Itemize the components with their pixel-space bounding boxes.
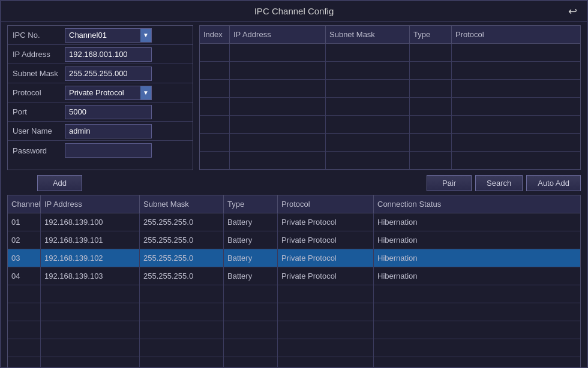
td — [200, 116, 230, 133]
td — [200, 152, 230, 169]
table-row[interactable]: 01192.168.139.100255.255.255.0BatteryPri… — [8, 213, 580, 231]
bth-ip: IP Address — [41, 195, 140, 213]
table-cell-empty — [374, 357, 580, 368]
td — [230, 44, 326, 61]
table-cell-empty — [278, 303, 374, 321]
form-row-password: Password — [8, 141, 193, 160]
table-cell: 192.168.139.100 — [41, 213, 140, 231]
table-cell-empty — [278, 339, 374, 357]
table-cell: 192.168.139.102 — [41, 249, 140, 267]
table-cell-empty — [8, 321, 41, 339]
ipc-no-dropdown[interactable]: Channel01 ▼ — [65, 28, 152, 43]
ipc-no-arrow[interactable]: ▼ — [140, 29, 151, 42]
username-input[interactable] — [65, 124, 152, 138]
td — [410, 98, 452, 115]
table-cell: Private Protocol — [278, 231, 374, 249]
table-row — [200, 44, 580, 62]
td — [326, 152, 410, 169]
table-row — [200, 98, 580, 116]
table-row[interactable]: 04192.168.139.103255.255.255.0BatteryPri… — [8, 267, 580, 285]
ip-value-wrap — [65, 47, 193, 62]
form-row-subnet: Subnet Mask — [8, 64, 193, 83]
window-title: IPC Channel Config — [254, 6, 334, 16]
bottom-table-body: 01192.168.139.100255.255.255.0BatteryPri… — [8, 213, 580, 368]
main-window: IPC Channel Config ↩ IPC No. Channel01 ▼… — [0, 0, 588, 368]
td — [410, 62, 452, 79]
td — [410, 134, 452, 151]
table-cell-empty — [140, 321, 224, 339]
td — [200, 44, 230, 61]
table-cell: 192.168.139.103 — [41, 267, 140, 285]
td — [410, 44, 452, 61]
table-cell-empty — [374, 303, 580, 321]
table-cell-empty — [224, 321, 278, 339]
th-ipaddr: IP Address — [230, 26, 326, 43]
bth-status: Connection Status — [374, 195, 580, 213]
table-row — [8, 357, 580, 368]
table-cell: Private Protocol — [278, 249, 374, 267]
table-cell-empty — [8, 357, 41, 368]
bth-type: Type — [224, 195, 278, 213]
top-table-body — [200, 44, 580, 170]
table-cell: 255.255.255.0 — [140, 249, 224, 267]
table-cell: Private Protocol — [278, 267, 374, 285]
table-cell-empty — [374, 321, 580, 339]
port-value-wrap — [65, 105, 193, 119]
table-cell-empty — [41, 357, 140, 368]
subnet-value-wrap — [65, 67, 193, 81]
td — [410, 80, 452, 97]
bottom-table: Channel IP Address Subnet Mask Type Prot… — [7, 195, 581, 368]
bth-subnet: Subnet Mask — [140, 195, 224, 213]
th-type: Type — [410, 26, 452, 43]
table-cell-empty — [41, 321, 140, 339]
td — [230, 152, 326, 169]
td — [200, 134, 230, 151]
port-input[interactable] — [65, 105, 152, 119]
back-button[interactable]: ↩ — [568, 5, 577, 18]
td — [452, 62, 580, 79]
ip-label: IP Address — [8, 50, 65, 59]
table-cell-empty — [140, 285, 224, 303]
td — [452, 134, 580, 151]
subnet-input[interactable] — [65, 67, 152, 81]
protocol-arrow[interactable]: ▼ — [140, 86, 151, 99]
bth-protocol: Protocol — [278, 195, 374, 213]
ipc-no-label: IPC No. — [8, 31, 65, 40]
search-button[interactable]: Search — [475, 175, 523, 191]
table-cell-empty — [374, 339, 580, 357]
table-row[interactable]: 03192.168.139.102255.255.255.0BatteryPri… — [8, 249, 580, 267]
table-cell-empty — [8, 285, 41, 303]
table-row[interactable]: 02192.168.139.101255.255.255.0BatteryPri… — [8, 231, 580, 249]
td — [452, 98, 580, 115]
td — [326, 62, 410, 79]
add-button[interactable]: Add — [37, 175, 82, 191]
pair-button[interactable]: Pair — [427, 175, 472, 191]
table-cell: Hibernation — [374, 231, 580, 249]
table-cell: Battery — [224, 213, 278, 231]
subnet-label: Subnet Mask — [8, 69, 65, 78]
bth-channel: Channel — [8, 195, 41, 213]
ip-input[interactable] — [65, 47, 152, 62]
form-row-username: User Name — [8, 122, 193, 141]
auto-add-button[interactable]: Auto Add — [526, 175, 581, 191]
right-buttons-area: Pair Search Auto Add — [427, 175, 581, 191]
th-index: Index — [200, 26, 230, 43]
table-cell: Battery — [224, 231, 278, 249]
password-input[interactable] — [65, 143, 152, 158]
td — [230, 116, 326, 133]
table-cell-empty — [8, 303, 41, 321]
table-cell-empty — [278, 285, 374, 303]
td — [230, 134, 326, 151]
port-label: Port — [8, 107, 65, 116]
table-cell: 255.255.255.0 — [140, 231, 224, 249]
table-cell-empty — [8, 339, 41, 357]
content-area: IPC No. Channel01 ▼ IP Address Su — [1, 22, 587, 368]
table-row — [200, 116, 580, 134]
protocol-dropdown[interactable]: Private Protocol ▼ — [65, 86, 152, 100]
bottom-table-header: Channel IP Address Subnet Mask Type Prot… — [8, 195, 580, 213]
table-cell-empty — [140, 339, 224, 357]
left-form: IPC No. Channel01 ▼ IP Address Su — [7, 25, 193, 170]
td — [410, 116, 452, 133]
top-section: IPC No. Channel01 ▼ IP Address Su — [7, 25, 581, 170]
td — [230, 98, 326, 115]
